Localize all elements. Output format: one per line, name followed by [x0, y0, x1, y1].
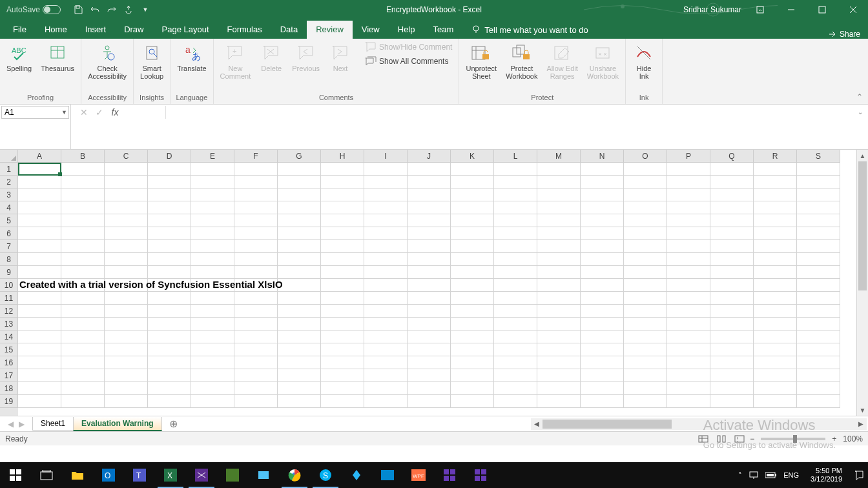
cell-M9[interactable] [537, 266, 581, 279]
cell-E15[interactable] [191, 343, 234, 356]
cell-E19[interactable] [191, 395, 234, 408]
cell-L2[interactable] [494, 176, 537, 188]
cell-N12[interactable] [581, 305, 624, 318]
cell-B13[interactable] [61, 318, 105, 330]
cell-H5[interactable] [321, 214, 364, 227]
cell-R19[interactable] [754, 395, 797, 408]
cell-G9[interactable] [278, 266, 321, 279]
cell-L1[interactable] [494, 163, 537, 176]
cell-L8[interactable] [494, 253, 537, 266]
cell-J2[interactable] [408, 176, 451, 188]
cell-J4[interactable] [408, 201, 451, 214]
cell-J7[interactable] [408, 240, 451, 253]
cell-C11[interactable] [105, 292, 148, 305]
cell-I5[interactable] [364, 214, 408, 227]
hide-ink-button[interactable]: Hide Ink [630, 41, 658, 81]
cell-E18[interactable] [191, 382, 234, 395]
cell-G13[interactable] [278, 318, 321, 330]
cell-L15[interactable] [494, 343, 537, 356]
cell-S12[interactable] [797, 305, 840, 318]
cell-I9[interactable] [364, 266, 408, 279]
cell-R6[interactable] [754, 227, 797, 240]
cell-M4[interactable] [537, 201, 581, 214]
cell-G17[interactable] [278, 369, 321, 382]
cell-F7[interactable] [234, 240, 278, 253]
cell-B9[interactable] [61, 266, 105, 279]
cell-S4[interactable] [797, 201, 840, 214]
cell-C4[interactable] [105, 201, 148, 214]
cell-H12[interactable] [321, 305, 364, 318]
cell-Q12[interactable] [710, 305, 754, 318]
cell-I17[interactable] [364, 369, 408, 382]
cell-R10[interactable] [754, 279, 797, 292]
cell-G15[interactable] [278, 343, 321, 356]
cell-P11[interactable] [667, 292, 710, 305]
cell-H3[interactable] [321, 188, 364, 201]
cell-H17[interactable] [321, 369, 364, 382]
teams-icon[interactable]: T [124, 462, 155, 488]
cell-N14[interactable] [581, 330, 624, 343]
cell-R17[interactable] [754, 369, 797, 382]
cell-J11[interactable] [408, 292, 451, 305]
cell-J13[interactable] [408, 318, 451, 330]
column-header-Q[interactable]: Q [710, 150, 754, 163]
cell-Q8[interactable] [710, 253, 754, 266]
cell-G5[interactable] [278, 214, 321, 227]
cell-O12[interactable] [624, 305, 667, 318]
cell-O4[interactable] [624, 201, 667, 214]
cell-N3[interactable] [581, 188, 624, 201]
taskbar-app-2[interactable] [248, 462, 279, 488]
cell-K1[interactable] [451, 163, 494, 176]
cell-K17[interactable] [451, 369, 494, 382]
chrome-icon[interactable] [279, 462, 310, 488]
cell-C6[interactable] [105, 227, 148, 240]
row-header-3[interactable]: 3 [0, 188, 18, 201]
cell-K18[interactable] [451, 382, 494, 395]
row-header-13[interactable]: 13 [0, 318, 18, 330]
cell-H1[interactable] [321, 163, 364, 176]
cell-M17[interactable] [537, 369, 581, 382]
cell-B17[interactable] [61, 369, 105, 382]
cell-P5[interactable] [667, 214, 710, 227]
tab-review[interactable]: Review [307, 21, 353, 39]
system-clock[interactable]: 5:50 PM 3/12/2019 [805, 467, 847, 483]
cell-S15[interactable] [797, 343, 840, 356]
cell-B12[interactable] [61, 305, 105, 318]
qat-dropdown-icon[interactable]: ▼ [140, 4, 151, 15]
cell-area[interactable]: Created with a trial version of Syncfusi… [18, 163, 856, 416]
scroll-up-icon[interactable]: ▲ [857, 150, 868, 161]
cell-K15[interactable] [451, 343, 494, 356]
cell-M3[interactable] [537, 188, 581, 201]
tab-formulas[interactable]: Formulas [218, 21, 271, 39]
cell-N6[interactable] [581, 227, 624, 240]
cell-D13[interactable] [148, 318, 191, 330]
cell-S1[interactable] [797, 163, 840, 176]
cell-J12[interactable] [408, 305, 451, 318]
row-header-17[interactable]: 17 [0, 369, 18, 382]
thesaurus-button[interactable]: Thesaurus [38, 41, 77, 74]
cell-D15[interactable] [148, 343, 191, 356]
cell-S7[interactable] [797, 240, 840, 253]
cell-F9[interactable] [234, 266, 278, 279]
cell-S3[interactable] [797, 188, 840, 201]
sheet-nav[interactable]: ◀▶ [0, 420, 32, 429]
cell-F5[interactable] [234, 214, 278, 227]
row-header-2[interactable]: 2 [0, 176, 18, 188]
cell-A17[interactable] [18, 369, 61, 382]
row-header-4[interactable]: 4 [0, 201, 18, 214]
column-header-B[interactable]: B [61, 150, 105, 163]
cell-Q1[interactable] [710, 163, 754, 176]
cell-L5[interactable] [494, 214, 537, 227]
cell-I6[interactable] [364, 227, 408, 240]
cell-E1[interactable] [191, 163, 234, 176]
cell-J8[interactable] [408, 253, 451, 266]
column-header-N[interactable]: N [581, 150, 624, 163]
cell-Q16[interactable] [710, 356, 754, 369]
cell-B14[interactable] [61, 330, 105, 343]
cell-Q11[interactable] [710, 292, 754, 305]
cell-A4[interactable] [18, 201, 61, 214]
column-header-J[interactable]: J [408, 150, 451, 163]
cell-M11[interactable] [537, 292, 581, 305]
cell-F18[interactable] [234, 382, 278, 395]
cell-E17[interactable] [191, 369, 234, 382]
